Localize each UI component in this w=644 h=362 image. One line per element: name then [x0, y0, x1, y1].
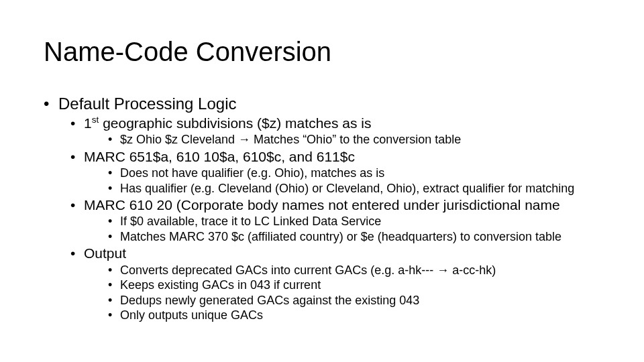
list-item: 1st geographic subdivisions ($z) matches… — [70, 115, 600, 147]
list-item: Has qualifier (e.g. Cleveland (Ohio) or … — [108, 181, 600, 196]
bullet-list-level1: Default Processing Logic 1st geographic … — [44, 94, 600, 323]
text-part: geographic subdivisions ($z) matches as … — [99, 115, 371, 131]
list-item-text: Does not have qualifier (e.g. Ohio), mat… — [120, 166, 384, 180]
list-item-text: Default Processing Logic — [58, 95, 236, 113]
list-item: Does not have qualifier (e.g. Ohio), mat… — [108, 166, 600, 181]
list-item: If $0 available, trace it to LC Linked D… — [108, 214, 600, 229]
list-item-text: If $0 available, trace it to LC Linked D… — [120, 215, 381, 228]
list-item: Only outputs unique GACs — [108, 308, 600, 323]
bullet-list-level3: Does not have qualifier (e.g. Ohio), mat… — [84, 166, 600, 196]
list-item-text: $z Ohio $z Cleveland → Matches “Ohio” to… — [120, 133, 461, 146]
slide-title: Name-Code Conversion — [44, 37, 600, 67]
list-item-text: Keeps existing GACs in 043 if current — [120, 278, 321, 292]
bullet-list-level2: 1st geographic subdivisions ($z) matches… — [58, 115, 600, 323]
list-item: Default Processing Logic 1st geographic … — [44, 94, 600, 323]
list-item-text: Only outputs unique GACs — [120, 308, 263, 322]
list-item-text: Dedups newly generated GACs against the … — [120, 294, 419, 307]
superscript: st — [92, 115, 99, 125]
text-part: 1 — [84, 115, 92, 131]
list-item: $z Ohio $z Cleveland → Matches “Ohio” to… — [108, 132, 600, 147]
list-item: Keeps existing GACs in 043 if current — [108, 278, 600, 293]
list-item-text: Converts deprecated GACs into current GA… — [120, 263, 496, 277]
list-item-text: 1st geographic subdivisions ($z) matches… — [84, 115, 372, 131]
list-item-text: Matches MARC 370 $c (affiliated country)… — [120, 230, 561, 243]
list-item: MARC 610 20 (Corporate body names not en… — [70, 196, 600, 244]
slide: Name-Code Conversion Default Processing … — [0, 0, 644, 362]
list-item: Dedups newly generated GACs against the … — [108, 293, 600, 308]
list-item-text: MARC 610 20 (Corporate body names not en… — [84, 197, 560, 213]
bullet-list-level3: If $0 available, trace it to LC Linked D… — [84, 214, 600, 244]
list-item: Converts deprecated GACs into current GA… — [108, 263, 600, 278]
list-item-text: Output — [84, 245, 126, 261]
list-item: Output Converts deprecated GACs into cur… — [70, 245, 600, 322]
list-item-text: Has qualifier (e.g. Cleveland (Ohio) or … — [120, 182, 574, 195]
list-item-text: MARC 651$a, 610 10$a, 610$c, and 611$c — [84, 149, 355, 164]
list-item: Matches MARC 370 $c (affiliated country)… — [108, 229, 600, 245]
bullet-list-level3: $z Ohio $z Cleveland → Matches “Ohio” to… — [84, 132, 600, 147]
list-item: MARC 651$a, 610 10$a, 610$c, and 611$c D… — [70, 148, 600, 196]
bullet-list-level3: Converts deprecated GACs into current GA… — [84, 263, 600, 323]
